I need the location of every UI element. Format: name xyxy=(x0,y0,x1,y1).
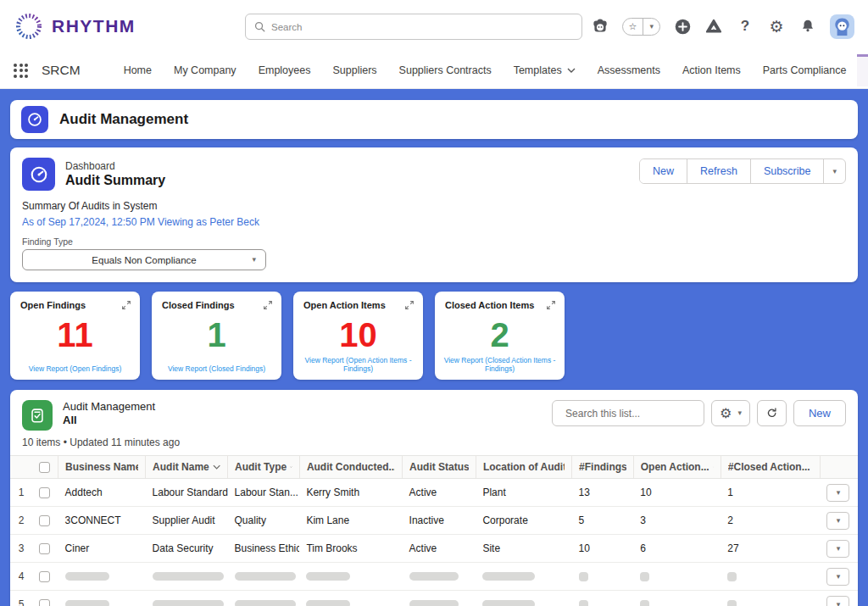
filter-label: Finding Type xyxy=(22,236,846,247)
metric-value: 11 xyxy=(20,318,130,352)
favorite-star-icon[interactable]: ☆ xyxy=(623,19,643,35)
tab-parts-compliance[interactable]: Parts Compliance xyxy=(752,54,858,86)
skeleton-cell xyxy=(476,591,571,606)
tab-action-items[interactable]: Action Items xyxy=(671,54,752,86)
skeleton-cell xyxy=(299,563,402,591)
list-new-button[interactable]: New xyxy=(793,400,846,426)
setup-gear-icon[interactable]: ⚙ xyxy=(767,17,786,36)
list-controls: ⚙ ▾ New xyxy=(552,400,846,426)
column-header-audit-status[interactable]: Audit Status xyxy=(403,456,476,479)
list-view-card: Audit Management All ⚙ ▾ xyxy=(10,390,858,606)
help-icon[interactable]: ? xyxy=(736,17,754,36)
tab-my-company[interactable]: My Company xyxy=(163,54,248,86)
caret-down-icon: ▾ xyxy=(737,409,742,417)
view-report-link[interactable]: View Report (Closed Findings) xyxy=(152,364,281,373)
expand-icon[interactable] xyxy=(545,299,557,314)
refresh-button[interactable]: Refresh xyxy=(687,159,750,183)
list-search-input[interactable] xyxy=(565,408,697,420)
chevron-down-icon xyxy=(567,68,576,73)
app-name[interactable]: SRCM xyxy=(42,63,81,78)
view-report-link[interactable]: View Report (Closed Action Items - Findi… xyxy=(435,356,565,373)
notifications-bell-icon[interactable] xyxy=(798,17,817,36)
einstein-icon[interactable] xyxy=(591,17,609,36)
list-view-name[interactable]: All xyxy=(63,414,155,426)
dashboard-description: Summary Of Audits in System xyxy=(22,200,846,212)
expand-icon[interactable] xyxy=(262,299,274,314)
app-launcher-icon[interactable] xyxy=(14,64,28,78)
audit-management-gauge-icon xyxy=(21,106,48,133)
column-header-findings[interactable]: #Findings xyxy=(572,456,634,479)
tab-templates[interactable]: Templates xyxy=(503,54,587,86)
column-header-audit-type[interactable]: Audit Type xyxy=(228,456,300,479)
view-report-link[interactable]: View Report (Open Findings) xyxy=(10,364,140,373)
expand-icon[interactable] xyxy=(120,299,132,314)
list-search[interactable] xyxy=(552,400,704,426)
expand-icon[interactable] xyxy=(403,299,415,314)
column-header-open-action[interactable]: Open Action... xyxy=(633,456,721,479)
metric-cards: Open Findings 11 View Report (Open Findi… xyxy=(10,292,858,380)
row-actions-button[interactable]: ▾ xyxy=(826,540,849,558)
row-actions-button[interactable]: ▾ xyxy=(826,484,849,502)
global-search-input[interactable] xyxy=(271,22,573,32)
dashboard-as-of-link[interactable]: As of Sep 17,2024, 12:50 PM Viewing as P… xyxy=(22,216,846,228)
favorites-list-button[interactable]: ▾ xyxy=(643,19,659,35)
subscribe-button[interactable]: Subscribe xyxy=(750,159,824,183)
user-avatar[interactable] xyxy=(830,14,854,39)
tab-suppliers-contracts[interactable]: Suppliers Contracts xyxy=(388,54,503,86)
dashboard-gauge-icon xyxy=(22,158,55,191)
row-checkbox[interactable] xyxy=(32,479,58,507)
table-row[interactable]: 2 3CONNECT Supplier Audit Quality Kim La… xyxy=(10,507,858,535)
new-button[interactable]: New xyxy=(640,159,687,183)
table-row[interactable]: 3 Ciner Data Security Business Ethics Ti… xyxy=(10,535,858,563)
skeleton-cell xyxy=(146,563,228,591)
row-actions-button[interactable]: ▾ xyxy=(826,596,849,606)
skeleton-cell xyxy=(58,563,146,591)
column-header-audit-name[interactable]: Audit Name xyxy=(146,456,228,479)
tab-audit-management[interactable]: Audit Management xyxy=(857,54,868,86)
trailhead-icon[interactable] xyxy=(704,17,723,36)
metric-value: 1 xyxy=(162,318,271,352)
row-checkbox[interactable] xyxy=(32,591,58,606)
tab-home[interactable]: Home xyxy=(113,54,163,86)
global-search[interactable] xyxy=(245,14,582,40)
more-actions-button[interactable]: ▾ xyxy=(823,159,845,183)
brand-name: RHYTHM xyxy=(52,16,136,36)
list-refresh-button[interactable] xyxy=(757,400,787,426)
sort-chevron-icon xyxy=(713,464,714,470)
skeleton-cell xyxy=(572,563,634,591)
row-checkbox[interactable] xyxy=(32,563,58,591)
skeleton-cell xyxy=(403,563,476,591)
list-entity-name: Audit Management xyxy=(63,400,155,413)
refresh-icon xyxy=(765,407,778,420)
caret-down-icon: ▾ xyxy=(252,256,256,264)
row-actions-button[interactable]: ▾ xyxy=(826,568,849,586)
row-checkbox[interactable] xyxy=(32,507,58,535)
skeleton-cell xyxy=(633,563,721,591)
select-all-checkbox[interactable] xyxy=(32,456,58,479)
table-row[interactable]: 1 Addtech Labour Standard Labour Stan...… xyxy=(10,479,858,507)
sort-chevron-icon xyxy=(290,464,292,470)
page-title: Audit Management xyxy=(59,111,188,128)
global-actions-icon[interactable] xyxy=(673,17,692,36)
brand-logo[interactable]: RHYTHM xyxy=(14,11,136,42)
column-header-closed-action[interactable]: #Closed Action... xyxy=(721,456,820,479)
tab-employees[interactable]: Employees xyxy=(248,54,322,86)
table-header-row: Business Name Audit Name Audit Type Audi… xyxy=(10,456,858,479)
sort-chevron-icon xyxy=(213,464,220,470)
row-number-header xyxy=(10,456,32,479)
dashboard-card: Dashboard Audit Summary New Refresh Subs… xyxy=(10,147,858,282)
column-header-business-name[interactable]: Business Name xyxy=(58,456,146,479)
view-report-link[interactable]: View Report (Open Action Items - Finding… xyxy=(293,356,423,373)
skeleton-cell xyxy=(299,591,402,606)
dashboard-kicker: Dashboard xyxy=(65,160,165,172)
list-meta: 10 items • Updated 11 minutes ago xyxy=(10,431,858,455)
finding-type-filter-select[interactable]: Equals Non Compliance ▾ xyxy=(22,249,266,270)
list-settings-button[interactable]: ⚙ ▾ xyxy=(711,400,750,426)
column-header-audit-conducted[interactable]: Audit Conducted... xyxy=(299,456,402,479)
tab-suppliers[interactable]: Suppliers xyxy=(321,54,387,86)
column-header-location-of-audit[interactable]: Location of Audit xyxy=(476,456,571,479)
row-checkbox[interactable] xyxy=(32,535,58,563)
metric-open-action-items: Open Action Items 10 View Report (Open A… xyxy=(293,292,423,380)
row-actions-button[interactable]: ▾ xyxy=(826,512,849,530)
tab-assessments[interactable]: Assessments xyxy=(587,54,671,86)
